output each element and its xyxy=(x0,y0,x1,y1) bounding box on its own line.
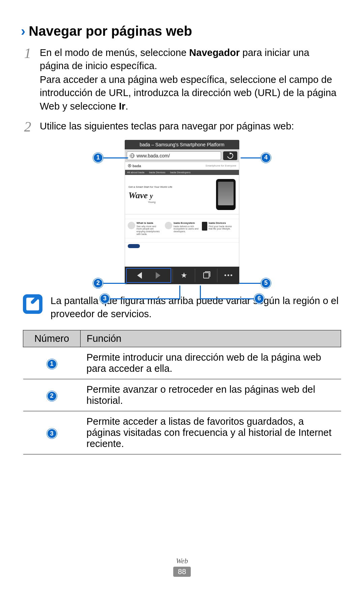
leader-4 xyxy=(241,157,261,158)
note-icon xyxy=(23,294,42,314)
star-icon: ★ xyxy=(181,271,187,280)
note-text: La pantalla que figura más arriba puede … xyxy=(51,294,341,321)
feature-item: bada DevicesFind your bada device that f… xyxy=(202,222,236,236)
back-icon xyxy=(134,272,142,279)
row-badge: 1 xyxy=(47,359,57,369)
step-1: 1 En el modo de menús, seleccione Navega… xyxy=(23,46,341,114)
row-badge: 3 xyxy=(47,428,57,439)
step-body: En el modo de menús, seleccione Navegado… xyxy=(40,46,341,114)
browser-titlebar: bada – Samsung's Smartphone Platform xyxy=(125,140,239,149)
url-row: www.bada.com/ xyxy=(125,149,239,162)
feature-item: What is badaSee why more and more people… xyxy=(128,222,162,236)
windows-icon xyxy=(203,272,209,278)
forward-button[interactable] xyxy=(149,269,171,282)
leader-3v xyxy=(179,286,180,299)
heading-arrow-icon: › xyxy=(21,24,25,39)
page-number: 88 xyxy=(173,567,191,577)
callout-5: 5 xyxy=(261,278,271,288)
heading-text: Navegar por páginas web xyxy=(29,24,192,39)
footer-section: Web xyxy=(0,557,364,565)
phone-mock: bada – Samsung's Smartphone Platform www… xyxy=(125,140,239,284)
more-button[interactable] xyxy=(217,267,239,284)
row-badge: 2 xyxy=(47,391,57,401)
features-row: What is badaSee why more and more people… xyxy=(125,219,239,239)
row-function: Permite introducir una dirección web de … xyxy=(81,347,341,379)
callout-2: 2 xyxy=(93,278,103,288)
step1-para2: Para acceder a una página web específica… xyxy=(40,73,341,113)
footer-row1 xyxy=(125,238,239,243)
table-row: 1 Permite introducir una dirección web d… xyxy=(23,347,341,379)
hero-banner: Get a Smart Start for Your World Life Wa… xyxy=(125,175,239,214)
leader-3h xyxy=(110,298,180,299)
forward-icon xyxy=(156,272,164,279)
step-number: 1 xyxy=(23,46,32,114)
samsung-logo xyxy=(128,244,140,248)
url-field[interactable]: www.bada.com/ xyxy=(127,151,221,160)
footer-row2 xyxy=(125,243,239,249)
note-block: La pantalla que figura más arriba puede … xyxy=(23,294,341,321)
leader-6v xyxy=(200,286,201,299)
windows-button[interactable] xyxy=(195,267,217,284)
site-tab: bada Developers xyxy=(170,171,190,174)
reload-button[interactable] xyxy=(223,151,237,160)
callout-6: 6 xyxy=(254,294,264,304)
hero-product: Wave y xyxy=(128,190,213,201)
reload-icon xyxy=(226,151,235,160)
site-header: ⦿ bada Smartphone for Everyone xyxy=(125,162,239,170)
leader-2 xyxy=(103,283,127,284)
callout-3: 3 xyxy=(100,294,110,304)
site-tagline: Smartphone for Everyone xyxy=(206,165,236,167)
table-row: 2 Permite avanzar o retroceder en las pá… xyxy=(23,379,341,411)
bada-logo: ⦿ bada xyxy=(128,164,141,168)
feature-icon xyxy=(128,222,135,229)
th-function: Función xyxy=(81,330,341,347)
callout-1: 1 xyxy=(93,153,103,163)
site-tab: bada Devices xyxy=(149,171,165,174)
hero-tagline: Get a Smart Start for Your World Life xyxy=(128,185,213,188)
function-table: Número Función 1 Permite introducir una … xyxy=(23,330,341,454)
hero-phone-image xyxy=(216,179,236,210)
browser-figure: 1 4 2 5 3 6 bada – Samsung's Smartphone … xyxy=(23,140,341,284)
step-number: 2 xyxy=(23,120,32,134)
url-text: www.bada.com/ xyxy=(136,153,170,158)
globe-icon xyxy=(130,153,134,158)
leader-5 xyxy=(239,283,261,284)
site-tab: All about bada xyxy=(127,171,144,174)
step1-para1: En el modo de menús, seleccione Navegado… xyxy=(40,46,341,72)
browser-bottombar: ★ xyxy=(125,267,239,284)
leader-1 xyxy=(103,157,128,158)
nav-group xyxy=(126,268,171,283)
mid-text-row xyxy=(125,214,239,219)
section-heading: › Navegar por páginas web xyxy=(21,24,341,39)
callout-4: 4 xyxy=(261,153,271,163)
step-2: 2 Utilice las siguientes teclas para nav… xyxy=(23,120,341,134)
site-tabs: All about bada bada Devices bada Develop… xyxy=(125,170,239,175)
bookmarks-button[interactable]: ★ xyxy=(173,267,195,284)
table-row: 3 Permite acceder a listas de favoritos … xyxy=(23,411,341,454)
feature-phone-icon xyxy=(202,222,207,231)
th-number: Número xyxy=(23,330,81,347)
row-function: Permite avanzar o retroceder en las pági… xyxy=(81,379,341,411)
page-footer: Web 88 xyxy=(0,557,364,577)
more-icon xyxy=(224,274,232,276)
feature-icon xyxy=(165,222,172,229)
leader-6h xyxy=(200,298,254,299)
step-body: Utilice las siguientes teclas para naveg… xyxy=(40,120,341,134)
back-button[interactable] xyxy=(127,269,149,282)
hero-subtitle: Young xyxy=(148,201,213,204)
feature-item: bada Ecosystembada delivers a rich ecosy… xyxy=(165,222,199,236)
webpage-content: ⦿ bada Smartphone for Everyone All about… xyxy=(125,162,239,267)
row-function: Permite acceder a listas de favoritos gu… xyxy=(81,411,341,454)
